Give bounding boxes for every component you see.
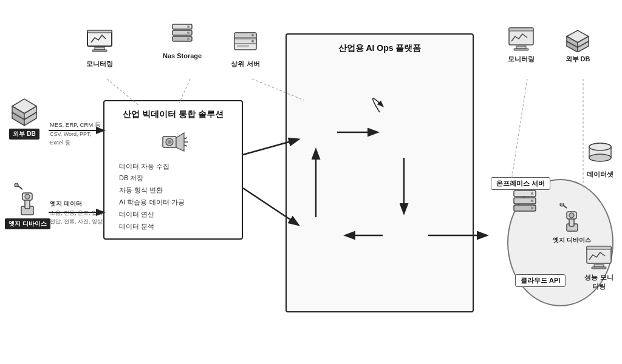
- sol-item-4: AI 학습용 데이터 가공: [119, 197, 232, 209]
- csv-label: CSV, Word, PPT,Excel 등: [50, 130, 91, 147]
- svg-rect-60: [594, 265, 604, 267]
- svg-point-54: [589, 154, 611, 161]
- svg-point-87: [569, 213, 574, 218]
- dataset-label: 데이터셋: [587, 170, 613, 179]
- svg-rect-59: [587, 246, 611, 249]
- sol-item-6: 데이터 분석: [119, 221, 232, 233]
- aiops-title: 산업용 AI Ops 플랫폼: [287, 35, 473, 59]
- nas-storage-icon: Nas Storage: [163, 18, 202, 59]
- svg-point-45: [168, 140, 171, 144]
- sol-item-1: 데이터 자동 수집: [119, 161, 232, 173]
- svg-line-12: [510, 79, 527, 188]
- sol-item-5: 데이터 연산: [119, 209, 232, 221]
- monitoring-top-icon: 모니터링: [84, 25, 115, 69]
- svg-point-23: [187, 32, 190, 34]
- edge-device-right-icon: 엣지 디바이스: [553, 203, 591, 244]
- cloud-api-label: 클라우드 API: [515, 274, 566, 287]
- svg-rect-30: [237, 45, 249, 47]
- svg-rect-71: [514, 49, 528, 50]
- svg-point-22: [187, 25, 190, 28]
- svg-rect-18: [92, 50, 107, 52]
- svg-rect-69: [509, 28, 533, 31]
- solution-title: 산업 빅데이터 통합 솔루션: [104, 101, 242, 123]
- solution-list: 데이터 자동 수집 DB 저장 자동 형식 변환 AI 학습용 데이터 가공 데…: [104, 158, 242, 238]
- svg-point-55: [589, 143, 611, 150]
- upper-server-label: 상위 서버: [231, 59, 259, 69]
- external-db-left-icon: 외부 DB: [6, 94, 43, 140]
- edge-data-label: 엣지 데이터: [50, 200, 82, 208]
- external-db-right-icon: 외부 DB: [562, 25, 593, 64]
- monitoring-top-label: 모니터링: [86, 59, 113, 69]
- svg-point-40: [25, 194, 30, 199]
- external-db-left-badge: 외부 DB: [9, 129, 39, 140]
- svg-point-24: [187, 38, 190, 40]
- svg-point-82: [531, 200, 533, 202]
- svg-rect-70: [516, 46, 526, 49]
- edge-device-left-icon: 엣지 디바이스: [5, 182, 50, 229]
- edge-types-label: 소음, 진동, 온도, 압력,전압, 전류, 사진, 영상 등: [50, 209, 110, 226]
- mes-erp-label: MES, ERP, CRM 등: [50, 121, 101, 129]
- svg-line-41: [18, 186, 22, 189]
- svg-line-1: [179, 79, 190, 103]
- nas-storage-label: Nas Storage: [163, 52, 202, 59]
- performance-icon: 성능 모니터링: [583, 244, 615, 291]
- solution-box: 산업 빅데이터 통합 솔루션 데이터 자동 수집 DB 저장 자동 형식 변환 …: [103, 100, 243, 240]
- svg-point-29: [251, 40, 254, 42]
- dataset-icon: 데이터셋: [584, 141, 616, 179]
- svg-rect-17: [95, 47, 104, 50]
- main-diagram: 모니터링 Nas Storage 상위 서버: [0, 0, 622, 364]
- monitoring-right-label: 모니터링: [508, 55, 535, 64]
- sol-item-2: DB 저장: [119, 172, 232, 184]
- svg-point-28: [251, 34, 254, 36]
- svg-line-49: [184, 145, 187, 146]
- edge-device-left-badge: 엣지 디바이스: [5, 218, 50, 229]
- svg-marker-46: [176, 133, 184, 151]
- monitoring-right-icon: 모니터링: [505, 25, 537, 64]
- svg-rect-61: [592, 267, 606, 269]
- aiops-box: 산업용 AI Ops 플랫폼 데이터셋 재학습 AI AI 모델 생성: [285, 33, 474, 312]
- sol-item-3: 자동 형식 변환: [119, 184, 232, 197]
- svg-rect-16: [87, 30, 112, 33]
- performance-label: 성능 모니터링: [583, 273, 615, 291]
- svg-point-42: [15, 183, 18, 187]
- onprem-server-icon: [510, 188, 539, 215]
- external-db-right-label: 외부 DB: [566, 55, 590, 64]
- upper-server-icon: 상위 서버: [230, 25, 261, 69]
- svg-point-89: [560, 203, 564, 206]
- edge-device-right-label: 엣지 디바이스: [553, 236, 591, 244]
- svg-line-47: [184, 138, 187, 139]
- svg-point-81: [531, 192, 533, 195]
- svg-point-83: [531, 207, 533, 209]
